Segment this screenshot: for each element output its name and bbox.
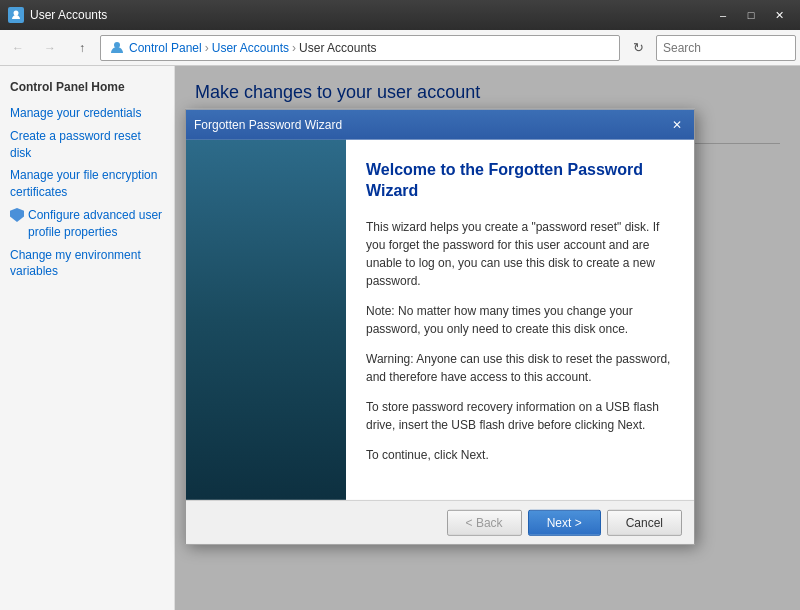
wizard-body: Welcome to the Forgotten Password Wizard… <box>186 140 694 500</box>
next-button[interactable]: Next > <box>528 509 601 535</box>
wizard-text-1: This wizard helps you create a "password… <box>366 217 674 289</box>
maximize-button[interactable]: □ <box>738 5 764 25</box>
wizard-footer: < Back Next > Cancel <box>186 500 694 544</box>
forward-button[interactable]: → <box>36 34 64 62</box>
wizard-title-bar: Forgotten Password Wizard ✕ <box>186 110 694 140</box>
minimize-button[interactable]: – <box>710 5 736 25</box>
wizard-heading: Welcome to the Forgotten Password Wizard <box>366 160 674 202</box>
search-input[interactable] <box>656 35 796 61</box>
sidebar-item-manage-file-encryption[interactable]: Manage your file encryption certificates <box>0 164 174 204</box>
breadcrumb-sep-2: › <box>292 41 296 55</box>
breadcrumb-item-1[interactable]: Control Panel <box>129 41 202 55</box>
cancel-button[interactable]: Cancel <box>607 509 682 535</box>
wizard-title-text: Forgotten Password Wizard <box>194 118 342 132</box>
shield-icon <box>10 208 24 222</box>
back-button[interactable]: < Back <box>447 509 522 535</box>
window-title: User Accounts <box>30 8 704 22</box>
up-button[interactable]: ↑ <box>68 34 96 62</box>
forgotten-password-wizard: Forgotten Password Wizard ✕ Welcome to t… <box>185 109 695 545</box>
sidebar-item-configure-advanced[interactable]: Configure advanced user profile properti… <box>0 204 174 244</box>
sidebar-item-change-environment[interactable]: Change my environment variables <box>0 244 174 284</box>
back-button[interactable]: ← <box>4 34 32 62</box>
breadcrumb: Control Panel › User Accounts › User Acc… <box>100 35 620 61</box>
app-icon <box>8 7 24 23</box>
sidebar-title: Control Panel Home <box>0 76 174 102</box>
breadcrumb-item-3: User Accounts <box>299 41 376 55</box>
breadcrumb-sep-1: › <box>205 41 209 55</box>
title-bar: User Accounts – □ ✕ <box>0 0 800 30</box>
breadcrumb-item-2[interactable]: User Accounts <box>212 41 289 55</box>
refresh-button[interactable]: ↻ <box>624 34 652 62</box>
sidebar-item-create-password-reset[interactable]: Create a password reset disk <box>0 125 174 165</box>
address-bar: ← → ↑ Control Panel › User Accounts › Us… <box>0 30 800 66</box>
wizard-text-2: Note: No matter how many times you chang… <box>366 301 674 337</box>
sidebar-item-manage-credentials[interactable]: Manage your credentials <box>0 102 174 125</box>
close-button[interactable]: ✕ <box>766 5 792 25</box>
wizard-right-panel: Welcome to the Forgotten Password Wizard… <box>346 140 694 500</box>
sidebar: Control Panel Home Manage your credentia… <box>0 66 175 610</box>
wizard-close-button[interactable]: ✕ <box>668 116 686 134</box>
window-controls: – □ ✕ <box>710 5 792 25</box>
wizard-text-4: To store password recovery information o… <box>366 397 674 433</box>
wizard-text-3: Warning: Anyone can use this disk to res… <box>366 349 674 385</box>
wizard-text-5: To continue, click Next. <box>366 445 674 463</box>
svg-point-0 <box>14 11 19 16</box>
wizard-left-panel <box>186 140 346 500</box>
